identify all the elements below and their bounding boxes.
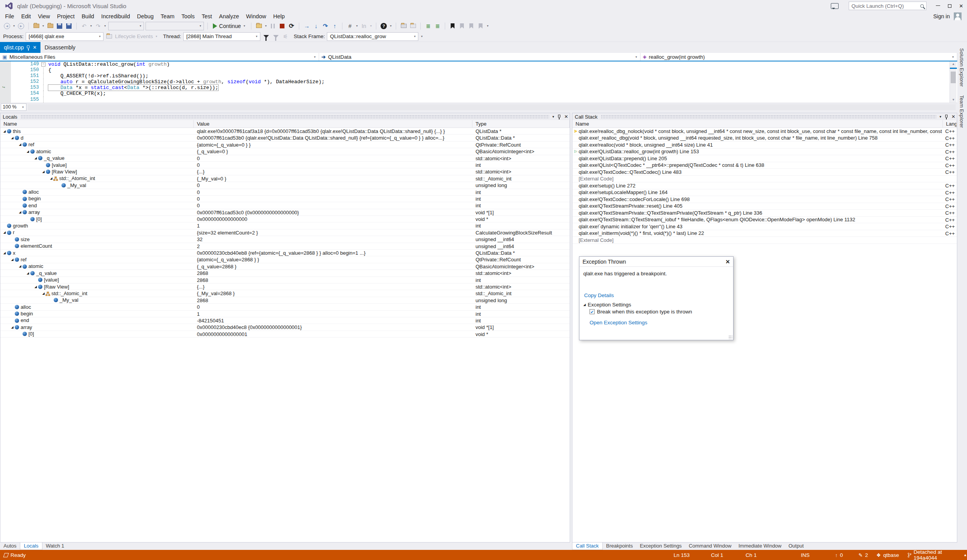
locals-row[interactable]: ◢std::_Atomic_int{_My_val=2868 }std::_At…: [0, 290, 570, 297]
code-line-150[interactable]: 150{: [0, 67, 957, 73]
menu-project[interactable]: Project: [54, 12, 78, 20]
callstack-column-name[interactable]: Name: [572, 120, 943, 128]
locals-row[interactable]: alloc0int: [0, 189, 570, 196]
process-combobox[interactable]: [4668] qlalr.exe▾: [26, 32, 104, 41]
menu-build[interactable]: Build: [78, 12, 98, 20]
locals-row[interactable]: ◢r{size=32 elementCount=2 }CalculateGrow…: [0, 229, 570, 236]
filter-flagged-icon[interactable]: [272, 32, 280, 41]
code-editor[interactable]: 149−void QListData::realloc_grow(int gro…: [0, 61, 957, 103]
locals-row[interactable]: ◢d0x00007ff61cad53b0 {qlalr.exe!QListDat…: [0, 135, 570, 141]
locals-row[interactable]: ◢thisqlalr.exe!0x00007ff61caf3a18 {d=0x0…: [0, 128, 570, 135]
clear-bookmarks-icon[interactable]: [477, 22, 484, 30]
tree-expander-icon[interactable]: ◢: [2, 250, 7, 256]
call-stack-frame[interactable]: qlalr.exe!_initterm(void(*)() * first, v…: [572, 230, 957, 237]
hex-display-icon[interactable]: #: [346, 22, 354, 30]
code-line-151[interactable]: 151 Q_ASSERT(!d->ref.isShared());: [0, 73, 957, 79]
redo-dropdown-icon[interactable]: ▾: [104, 24, 107, 28]
locals-column-name[interactable]: Name: [0, 120, 194, 128]
call-stack-frame[interactable]: qlalr.exe!QTextCodec::codecForLocale() L…: [572, 196, 957, 203]
call-stack-frame[interactable]: [External Code]: [572, 176, 957, 183]
break-all-icon[interactable]: [269, 22, 277, 30]
locals-row[interactable]: end-842150451int: [0, 317, 570, 324]
panel-drag-grip[interactable]: [601, 115, 937, 119]
toggle-bookmark-icon[interactable]: [449, 22, 456, 30]
navigate-back-dropdown-icon[interactable]: ▾: [12, 24, 16, 28]
locals-row[interactable]: [value]0int: [0, 162, 570, 168]
show-next-statement-icon[interactable]: →: [303, 22, 311, 30]
locals-row[interactable]: [0]0x0000000000000001void *: [0, 331, 570, 338]
tree-expander-icon[interactable]: ◢: [41, 168, 46, 175]
new-file-dropdown-icon[interactable]: ▾: [42, 24, 45, 28]
lifecycle-events-label[interactable]: Lifecycle Events: [115, 33, 153, 39]
close-icon[interactable]: ✕: [951, 114, 955, 119]
intellitrace-dropdown-icon[interactable]: ▾: [369, 24, 372, 28]
stop-debugging-icon[interactable]: [278, 22, 286, 30]
restart-icon[interactable]: ⟳: [288, 22, 295, 30]
stack-frame-combobox[interactable]: QListData::realloc_grow▾: [327, 32, 418, 41]
call-stack-frame[interactable]: ➤qlalr.exe!realloc_dbg_nolock(void * con…: [572, 128, 957, 135]
collapse-region-icon[interactable]: −: [41, 62, 46, 66]
call-stack-frame[interactable]: qlalr.exe!QList<QTextCodec * __ptr64>::p…: [572, 162, 957, 169]
break-on-exception-checkbox[interactable]: ✔: [590, 309, 595, 314]
menu-help[interactable]: Help: [270, 12, 288, 20]
locals-row[interactable]: ◢[Raw View]{...}std::atomic<int>: [0, 284, 570, 290]
minimize-button[interactable]: [932, 1, 944, 10]
locals-row[interactable]: [0]0x0000000000000000void *: [0, 216, 570, 222]
locals-row[interactable]: _My_val2868unsigned long: [0, 297, 570, 304]
tree-expander-icon[interactable]: ◢: [10, 256, 14, 262]
sidebar-tab-team-explorer[interactable]: Team Explorer: [957, 93, 966, 130]
next-bookmark-icon[interactable]: [467, 22, 475, 30]
code-line-155[interactable]: 155: [0, 97, 957, 103]
code-line-153[interactable]: ↪153 Data *x = static_cast<Data *>(::rea…: [0, 85, 957, 91]
locals-row[interactable]: begin1int: [0, 311, 570, 317]
dock-tab-call-stack[interactable]: Call Stack: [572, 542, 603, 550]
help-dropdown-icon[interactable]: ▾: [389, 24, 392, 28]
tab-disassembly[interactable]: Disassembly: [40, 42, 79, 53]
tree-expander-icon[interactable]: ◢: [18, 209, 22, 215]
debug-location-overflow-icon[interactable]: ▾: [420, 35, 423, 38]
navigate-back-icon[interactable]: ◄: [3, 22, 11, 30]
type-dropdown[interactable]: ➔ QListData ▾: [319, 53, 641, 61]
code-line-149[interactable]: 149−void QListData::realloc_grow(int gro…: [0, 61, 957, 67]
close-icon[interactable]: ✕: [725, 259, 730, 265]
pending-pushes[interactable]: ↑0: [835, 550, 843, 560]
help-icon[interactable]: ?: [380, 22, 388, 30]
locals-row[interactable]: ◢ref{atomic={_q_value=0 } }QtPrivate::Re…: [0, 142, 570, 148]
open-file-icon[interactable]: [46, 22, 54, 30]
locals-row[interactable]: alloc0int: [0, 304, 570, 310]
locals-row[interactable]: ◢_q_value2868std::atomic<int>: [0, 270, 570, 276]
pin-icon[interactable]: [945, 115, 948, 117]
user-avatar[interactable]: [954, 12, 962, 20]
call-stack-frame[interactable]: [External Code]: [572, 237, 957, 244]
branch-indicator[interactable]: Detached at 194a4044 ▲: [907, 550, 967, 560]
tree-expander-icon[interactable]: ◢: [33, 284, 38, 290]
panel-menu-icon[interactable]: ▾: [939, 115, 941, 119]
pin-icon[interactable]: [558, 115, 560, 117]
dock-tab-locals[interactable]: Locals: [20, 542, 42, 550]
locals-row[interactable]: [value]2868int: [0, 277, 570, 284]
tab-qlist-cpp[interactable]: qlist.cpp✕: [0, 42, 40, 53]
locals-row[interactable]: growth1int: [0, 222, 570, 229]
call-stack-frame[interactable]: qlalr.exe!QTextStreamPrivate::QTextStrea…: [572, 210, 957, 217]
pin-icon[interactable]: [27, 46, 30, 48]
call-stack-frame[interactable]: qlalr.exe!setup() Line 272C++: [572, 182, 957, 189]
call-stack-frame[interactable]: qlalr.exe!_realloc_dbg(void * block, uns…: [572, 135, 957, 142]
call-stack-frame[interactable]: qlalr.exe!QTextCodec::QTextCodec() Line …: [572, 169, 957, 176]
locals-panel-titlebar[interactable]: Locals ▾ ✕: [0, 113, 570, 120]
close-icon[interactable]: ✕: [33, 45, 37, 50]
intellitrace-icon[interactable]: In: [360, 22, 368, 30]
tree-expander-icon[interactable]: ◢: [41, 290, 46, 296]
dock-tab-command-window[interactable]: Command Window: [685, 542, 735, 550]
step-into-icon[interactable]: ↓: [312, 22, 320, 30]
restore-button[interactable]: [944, 1, 955, 10]
locals-row[interactable]: elementCount2unsigned __int64: [0, 243, 570, 250]
scroll-down-icon[interactable]: ▼: [950, 97, 957, 103]
tree-expander-icon[interactable]: ◢: [2, 128, 7, 134]
save-icon[interactable]: [56, 22, 63, 30]
navigate-forward-doc-icon[interactable]: [409, 22, 417, 30]
scrollbar-thumb[interactable]: [951, 72, 956, 83]
tree-expander-icon[interactable]: ◢: [49, 175, 53, 182]
call-stack-frame[interactable]: qlalr.exe!QListData::prepend() Line 205C…: [572, 155, 957, 162]
panel-menu-icon[interactable]: ▾: [552, 115, 554, 119]
tree-expander-icon[interactable]: ◢: [33, 155, 38, 161]
